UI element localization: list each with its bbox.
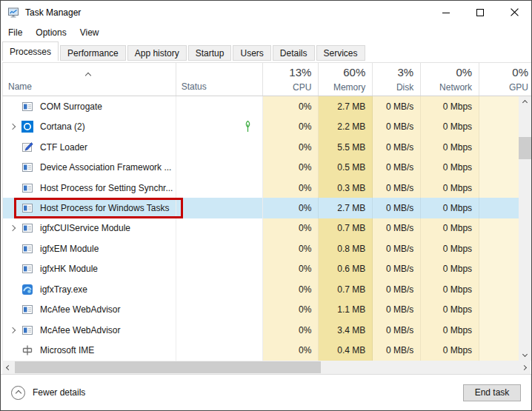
column-header-gpu[interactable]: 0% GPU xyxy=(479,63,531,96)
process-status-cell xyxy=(176,320,264,340)
column-header-disk[interactable]: 3% Disk xyxy=(373,63,421,96)
process-row[interactable]: Host Process for Windows Tasks 0%2.7 MB0… xyxy=(3,198,531,218)
disk-value: 0 MB/s xyxy=(373,116,421,136)
vertical-scroll-track[interactable] xyxy=(519,109,531,348)
stat-label: Disk xyxy=(396,82,413,93)
stat-label: GPU xyxy=(509,82,528,93)
scroll-right-button[interactable] xyxy=(518,361,531,374)
tab-app-history[interactable]: App history xyxy=(127,45,187,61)
memory-value: 3.4 MB xyxy=(319,320,373,340)
process-row[interactable]: McAfee WebAdvisor 0%1.1 MB0 MB/s0 Mbps xyxy=(3,300,531,320)
process-name: Device Association Framework ... xyxy=(40,162,171,173)
generic-app-icon xyxy=(21,304,33,315)
maximize-button[interactable] xyxy=(463,1,497,24)
column-header-network[interactable]: 0% Network xyxy=(421,63,479,96)
chevron-up-icon xyxy=(522,100,528,105)
process-row[interactable]: igfxEM Module 0%0.8 MB0 MB/s0 Mbps xyxy=(3,238,531,258)
scroll-down-button[interactable] xyxy=(519,348,531,361)
window-controls xyxy=(429,1,531,24)
memory-value: 5.5 MB xyxy=(319,137,373,157)
column-header-memory[interactable]: 60% Memory xyxy=(319,63,373,96)
vertical-scroll-thumb[interactable] xyxy=(519,137,531,159)
network-value: 0 Mbps xyxy=(421,96,479,116)
process-name-cell: igfxEM Module xyxy=(3,238,176,258)
process-status-cell xyxy=(176,340,264,360)
chevron-right-icon xyxy=(522,364,527,370)
network-value: 0 Mbps xyxy=(421,300,479,320)
process-row[interactable]: Device Association Framework ... 0%0.5 M… xyxy=(3,157,531,177)
generic-app-icon xyxy=(21,324,33,336)
process-name-cell: igfxCUIService Module xyxy=(3,218,176,238)
column-header-name[interactable]: Name xyxy=(3,63,176,96)
ctf-loader-icon xyxy=(21,141,33,153)
scroll-left-button[interactable] xyxy=(2,361,15,374)
process-name-cell: Cortana (2) xyxy=(3,116,176,136)
process-name: COM Surrogate xyxy=(40,101,102,112)
disk-value: 0 MB/s xyxy=(373,137,421,157)
memory-value: 0.7 MB xyxy=(319,279,373,299)
menu-view[interactable]: View xyxy=(73,25,106,40)
menu-file[interactable]: File xyxy=(1,25,29,40)
network-value: 0 Mbps xyxy=(421,340,479,360)
fewer-details-toggle[interactable]: Fewer details xyxy=(11,386,85,400)
expand-chevron-icon[interactable] xyxy=(7,226,19,230)
cpu-value: 0% xyxy=(263,340,319,360)
tab-details[interactable]: Details xyxy=(273,45,315,61)
tab-bar: ProcessesPerformanceApp historyStartupUs… xyxy=(1,41,531,61)
column-header-status[interactable]: Status xyxy=(176,63,264,96)
vertical-scrollbar[interactable] xyxy=(519,96,531,361)
minimize-icon xyxy=(442,6,450,19)
network-value: 0 Mbps xyxy=(421,279,479,299)
memory-value: 2.7 MB xyxy=(319,96,373,116)
disk-value: 0 MB/s xyxy=(373,96,421,116)
process-row[interactable]: igfxHK Module 0%0.6 MB0 MB/s0 Mbps xyxy=(3,259,531,279)
process-name: Host Process for Setting Synchr... xyxy=(40,183,173,193)
process-status-cell xyxy=(176,259,264,279)
cortana-icon xyxy=(21,121,33,133)
igfx-tray-icon xyxy=(21,284,33,295)
tab-processes[interactable]: Processes xyxy=(2,41,59,61)
column-header-row: Name Status 13% CPU 60% Memory 3% Disk 0… xyxy=(2,62,531,96)
title-bar[interactable]: Task Manager xyxy=(1,1,531,24)
process-row[interactable]: igfxTray.exe 0%0.7 MB0 MB/s0 Mbps xyxy=(3,279,531,299)
process-row[interactable]: CTF Loader 0%5.5 MB0 MB/s0 Mbps xyxy=(3,137,531,157)
minimize-button[interactable] xyxy=(429,1,463,24)
end-task-button[interactable]: End task xyxy=(463,384,521,401)
process-row[interactable]: COM Surrogate 0%2.7 MB0 MB/s0 Mbps xyxy=(3,96,531,116)
cpu-value: 0% xyxy=(263,178,319,198)
process-row[interactable]: igfxCUIService Module 0%0.7 MB0 MB/s0 Mb… xyxy=(3,218,531,238)
close-button[interactable] xyxy=(497,1,531,24)
scroll-up-button[interactable] xyxy=(519,96,531,109)
tab-startup[interactable]: Startup xyxy=(188,45,232,61)
network-value: 0 Mbps xyxy=(421,320,479,340)
stat-percent: 13% xyxy=(289,66,311,78)
process-status-cell xyxy=(176,300,264,320)
horizontal-scroll-thumb[interactable] xyxy=(15,361,321,373)
generic-app-icon xyxy=(21,101,33,113)
column-header-cpu[interactable]: 13% CPU xyxy=(263,63,319,96)
process-status-cell xyxy=(176,218,264,238)
process-name-cell: igfxHK Module xyxy=(3,259,176,279)
menu-options[interactable]: Options xyxy=(29,25,73,40)
expand-chevron-icon[interactable] xyxy=(7,124,19,129)
tab-performance[interactable]: Performance xyxy=(60,45,126,61)
status-column-label: Status xyxy=(182,81,207,92)
cpu-value: 0% xyxy=(263,279,319,299)
menu-bar: FileOptionsView xyxy=(1,24,531,41)
process-row[interactable]: Cortana (2) 0%2.2 MB0 MB/s0 Mbps xyxy=(3,116,531,136)
process-row[interactable]: McAfee WebAdvisor 0%3.4 MB0 MB/s0 Mbps xyxy=(3,320,531,340)
horizontal-scrollbar[interactable] xyxy=(2,361,531,374)
disk-value: 0 MB/s xyxy=(373,340,421,360)
process-row[interactable]: Microsoft IME 0%0.4 MB0 MB/s0 Mbps xyxy=(3,340,531,360)
expand-chevron-icon[interactable] xyxy=(7,328,19,333)
cpu-value: 0% xyxy=(263,238,319,258)
collapse-circle-icon xyxy=(11,386,25,400)
process-name: igfxCUIService Module xyxy=(40,223,130,233)
footer-bar: Fewer details End task xyxy=(1,374,531,410)
cpu-value: 0% xyxy=(263,259,319,279)
process-row[interactable]: Host Process for Setting Synchr... 0%0.3… xyxy=(3,178,531,198)
memory-value: 2.2 MB xyxy=(319,116,373,136)
horizontal-scroll-track[interactable] xyxy=(15,361,518,374)
tab-services[interactable]: Services xyxy=(316,45,365,61)
tab-users[interactable]: Users xyxy=(233,45,270,61)
